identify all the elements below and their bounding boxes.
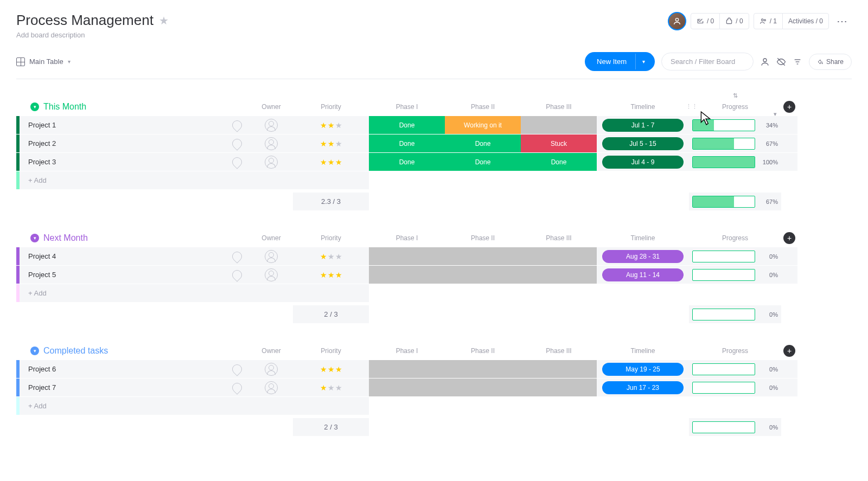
share-button[interactable]: Share bbox=[809, 54, 852, 70]
status-cell[interactable] bbox=[369, 379, 445, 396]
more-options-icon[interactable]: ⋯ bbox=[833, 15, 852, 28]
table-row[interactable]: Project 5 ★★★Aug 11 - 14 0% bbox=[16, 266, 852, 284]
column-header[interactable]: Phase I bbox=[369, 344, 445, 358]
filter-icon[interactable] bbox=[793, 57, 802, 67]
timeline-cell[interactable]: Jun 17 - 23 bbox=[597, 379, 689, 396]
conversation-icon[interactable] bbox=[230, 362, 244, 376]
column-header[interactable]: Timeline bbox=[597, 231, 689, 245]
status-cell[interactable]: Stuck bbox=[521, 134, 597, 152]
priority-cell[interactable]: ★★★ bbox=[293, 266, 369, 284]
status-cell[interactable] bbox=[445, 379, 521, 396]
column-header[interactable]: Phase III bbox=[521, 344, 597, 358]
table-row[interactable]: Project 3 ★★★DoneDoneDoneJul 4 - 9 100% bbox=[16, 153, 852, 171]
column-header[interactable]: Progress bbox=[689, 344, 781, 358]
column-header[interactable]: Phase I bbox=[369, 231, 445, 245]
table-row[interactable]: Project 4 ★★★Aug 28 - 31 0% bbox=[16, 247, 852, 265]
status-cell[interactable] bbox=[521, 247, 597, 265]
status-cell[interactable] bbox=[445, 266, 521, 284]
status-cell[interactable]: Done bbox=[369, 153, 445, 171]
plus-icon[interactable]: + bbox=[783, 232, 795, 244]
column-header[interactable]: Owner bbox=[250, 344, 293, 358]
item-name-cell[interactable]: Project 7 bbox=[16, 379, 250, 396]
conversation-icon[interactable] bbox=[230, 137, 244, 150]
board-description[interactable]: Add board description bbox=[16, 31, 169, 39]
item-name-cell[interactable]: Project 2 bbox=[16, 134, 250, 152]
column-header[interactable]: Timeline bbox=[597, 344, 689, 358]
timeline-cell[interactable]: Jul 1 - 7 bbox=[597, 116, 689, 134]
column-header[interactable]: Timeline bbox=[597, 100, 689, 114]
avatar[interactable] bbox=[668, 12, 686, 30]
integrations-counter[interactable]: / 0 bbox=[691, 14, 720, 29]
conversation-icon[interactable] bbox=[230, 249, 244, 263]
new-item-button[interactable]: New Item ▾ bbox=[585, 52, 655, 71]
collapse-icon[interactable]: ▾ bbox=[30, 347, 39, 355]
item-name-cell[interactable]: Project 6 bbox=[16, 360, 250, 378]
timeline-cell[interactable]: May 19 - 25 bbox=[597, 360, 689, 378]
progress-cell[interactable]: 67% bbox=[689, 134, 781, 152]
status-cell[interactable]: Working on it bbox=[445, 116, 521, 134]
item-name-cell[interactable]: Project 3 bbox=[16, 153, 250, 171]
timeline-cell[interactable]: Jul 4 - 9 bbox=[597, 153, 689, 171]
priority-cell[interactable]: ★★★ bbox=[293, 134, 369, 152]
status-cell[interactable] bbox=[445, 360, 521, 378]
add-item-row[interactable]: + Add bbox=[16, 397, 852, 415]
status-cell[interactable] bbox=[445, 247, 521, 265]
column-header[interactable]: Phase I bbox=[369, 100, 445, 114]
progress-cell[interactable]: 0% bbox=[689, 360, 781, 378]
collapse-icon[interactable]: ▾ bbox=[30, 102, 39, 111]
status-cell[interactable] bbox=[369, 360, 445, 378]
favorite-star-icon[interactable]: ★ bbox=[159, 14, 169, 27]
status-cell[interactable]: Done bbox=[369, 134, 445, 152]
owner-cell[interactable] bbox=[250, 266, 293, 284]
column-header[interactable]: Priority bbox=[293, 100, 369, 114]
column-header[interactable]: Priority bbox=[293, 344, 369, 358]
group-title[interactable]: This Month bbox=[43, 102, 86, 112]
owner-cell[interactable] bbox=[250, 134, 293, 152]
automations-counter[interactable]: / 0 bbox=[720, 14, 748, 29]
add-item-row[interactable]: + Add bbox=[16, 171, 852, 189]
column-header[interactable]: Owner bbox=[250, 231, 293, 245]
progress-cell[interactable]: 0% bbox=[689, 247, 781, 265]
status-cell[interactable]: Done bbox=[521, 153, 597, 171]
column-header[interactable]: Phase III bbox=[521, 100, 597, 114]
column-header[interactable]: ⋮⋮ Progress ▾⇅ bbox=[689, 100, 781, 114]
column-header[interactable]: Phase II bbox=[445, 344, 521, 358]
conversation-icon[interactable] bbox=[230, 155, 244, 169]
priority-cell[interactable]: ★★★ bbox=[293, 247, 369, 265]
priority-cell[interactable]: ★★★ bbox=[293, 379, 369, 396]
status-cell[interactable] bbox=[521, 360, 597, 378]
progress-cell[interactable]: 0% bbox=[689, 379, 781, 396]
owner-cell[interactable] bbox=[250, 379, 293, 396]
column-header[interactable]: Priority bbox=[293, 231, 369, 245]
group-title[interactable]: Next Month bbox=[43, 233, 88, 243]
table-row[interactable]: Project 1 ★★★DoneWorking on itJul 1 - 7 … bbox=[16, 116, 852, 134]
status-cell[interactable] bbox=[369, 247, 445, 265]
group-header[interactable]: ▾ This Month bbox=[16, 99, 250, 115]
group-title[interactable]: Completed tasks bbox=[43, 346, 108, 356]
conversation-icon[interactable] bbox=[230, 268, 244, 281]
plus-icon[interactable]: + bbox=[783, 345, 795, 357]
group-header[interactable]: ▾ Next Month bbox=[16, 230, 250, 246]
item-name-cell[interactable]: Project 4 bbox=[16, 247, 250, 265]
column-header[interactable]: Progress bbox=[689, 231, 781, 245]
table-row[interactable]: Project 7 ★★★Jun 17 - 23 0% bbox=[16, 379, 852, 396]
progress-cell[interactable]: 100% bbox=[689, 153, 781, 171]
add-item-row[interactable]: + Add bbox=[16, 284, 852, 302]
chevron-down-icon[interactable]: ▾ bbox=[635, 54, 652, 69]
add-column[interactable]: + bbox=[781, 342, 797, 360]
plus-icon[interactable]: + bbox=[783, 101, 795, 113]
search-input[interactable]: Search / Filter Board bbox=[661, 53, 754, 70]
person-filter-icon[interactable] bbox=[760, 57, 770, 67]
item-name-cell[interactable]: Project 1 bbox=[16, 116, 250, 134]
item-name-cell[interactable]: Project 5 bbox=[16, 266, 250, 284]
add-column[interactable]: + bbox=[781, 229, 797, 247]
owner-cell[interactable] bbox=[250, 360, 293, 378]
activity-log[interactable]: Activities / 0 bbox=[783, 14, 828, 29]
view-switcher[interactable]: Main Table ▾ bbox=[16, 57, 71, 66]
column-header[interactable]: Owner bbox=[250, 100, 293, 114]
status-cell[interactable]: Done bbox=[445, 134, 521, 152]
timeline-cell[interactable]: Jul 5 - 15 bbox=[597, 134, 689, 152]
owner-cell[interactable] bbox=[250, 116, 293, 134]
priority-cell[interactable]: ★★★ bbox=[293, 116, 369, 134]
hide-icon[interactable] bbox=[776, 57, 786, 67]
